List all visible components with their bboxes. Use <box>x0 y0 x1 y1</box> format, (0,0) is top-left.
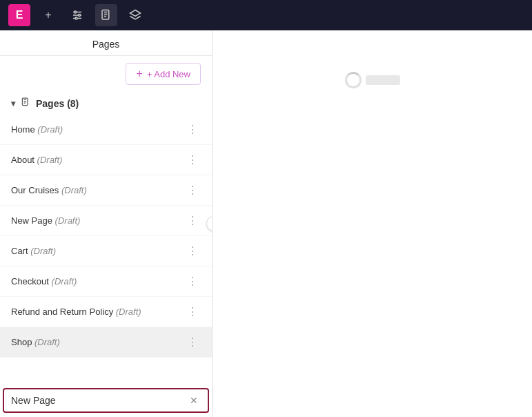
svg-marker-7 <box>130 10 141 17</box>
layers-icon-button[interactable] <box>124 4 146 26</box>
list-item[interactable]: About (Draft) ⋮ <box>0 145 212 175</box>
list-item[interactable]: Home (Draft) ⋮ <box>0 115 212 145</box>
list-item[interactable]: Shop (Draft) ⋮ <box>0 327 212 358</box>
sliders-icon <box>71 9 83 21</box>
elementor-logo[interactable]: E <box>8 4 30 26</box>
pages-list: Home (Draft) ⋮ About (Draft) ⋮ Our Cruis… <box>0 115 212 385</box>
add-new-button[interactable]: + + Add New <box>126 63 201 85</box>
page-item-name: Our Cruises (Draft) <box>11 185 184 195</box>
svg-rect-8 <box>22 98 28 106</box>
page-item-menu-button[interactable]: ⋮ <box>184 273 201 289</box>
content-area <box>213 30 532 417</box>
pages-group-header[interactable]: ▾ Pages (8) <box>0 92 212 115</box>
page-item-name: Checkout (Draft) <box>11 276 184 287</box>
sidebar: Pages + + Add New ▾ Pages (8) Home (Draf… <box>0 30 213 417</box>
main-layout: Pages + + Add New ▾ Pages (8) Home (Draf… <box>0 30 532 417</box>
svg-point-3 <box>75 11 77 13</box>
list-item[interactable]: Our Cruises (Draft) ⋮ <box>0 175 212 206</box>
page-item-name: Shop (Draft) <box>11 337 184 347</box>
list-item[interactable]: New Page (Draft) ⋮ <box>0 206 212 236</box>
page-item-menu-button[interactable]: ⋮ <box>184 213 201 229</box>
layers-icon <box>129 9 141 21</box>
svg-point-4 <box>79 14 81 17</box>
settings-icon-button[interactable] <box>66 4 88 26</box>
list-item[interactable]: Cart (Draft) ⋮ <box>0 236 212 266</box>
page-item-menu-button[interactable]: ⋮ <box>184 182 201 198</box>
toolbar: E + <box>0 0 532 30</box>
page-item-menu-button[interactable]: ⋮ <box>184 152 201 168</box>
spinner-icon <box>345 72 362 88</box>
list-item[interactable]: Refund and Return Policy (Draft) ⋮ <box>0 297 212 327</box>
page-item-menu-button[interactable]: ⋮ <box>184 243 201 259</box>
chevron-down-icon: ▾ <box>11 99 15 108</box>
svg-point-5 <box>75 17 77 19</box>
loading-text <box>366 75 400 85</box>
page-icon <box>21 97 30 109</box>
page-item-name: Home (Draft) <box>11 124 184 135</box>
plus-icon: + <box>136 68 142 80</box>
page-item-name: Cart (Draft) <box>11 246 184 256</box>
sidebar-header: Pages <box>0 30 212 56</box>
document-icon <box>100 9 112 21</box>
page-item-menu-button[interactable]: ⋮ <box>184 122 201 137</box>
page-item-name: New Page (Draft) <box>11 215 184 226</box>
loading-indicator <box>345 72 400 88</box>
page-item-menu-button[interactable]: ⋮ <box>184 334 201 350</box>
page-item-menu-button[interactable]: ⋮ <box>184 304 201 320</box>
page-item-name: About (Draft) <box>11 155 184 165</box>
add-new-section: + + Add New <box>0 56 212 92</box>
add-button[interactable]: + <box>37 4 59 26</box>
new-page-row: ✕ <box>3 388 209 413</box>
pages-icon-button[interactable] <box>95 4 117 26</box>
new-page-input[interactable] <box>11 395 187 406</box>
close-icon[interactable]: ✕ <box>187 394 201 407</box>
page-item-name: Refund and Return Policy (Draft) <box>11 307 184 317</box>
list-item[interactable]: Checkout (Draft) ⋮ <box>0 266 212 297</box>
